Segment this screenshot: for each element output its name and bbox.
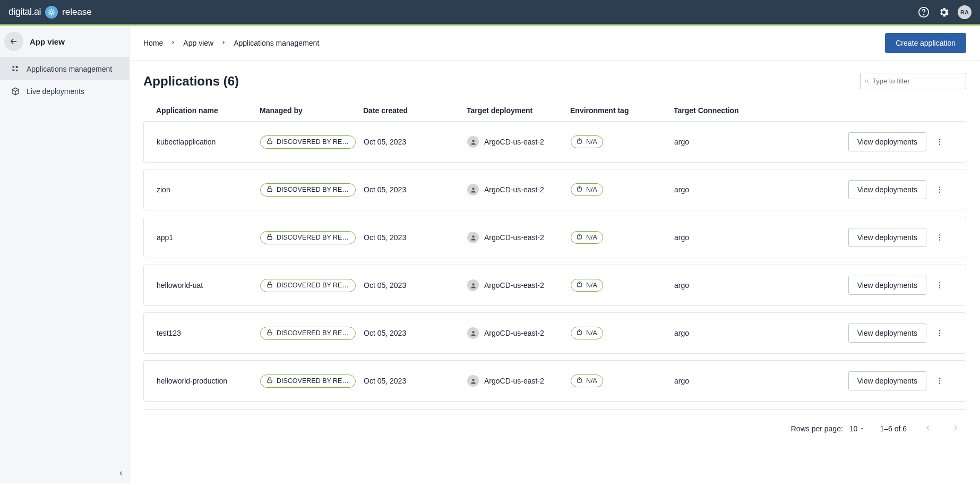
- rows-per-page-value: 10: [849, 424, 858, 433]
- view-deployments-button[interactable]: View deployments: [848, 228, 926, 247]
- row-menu-button[interactable]: [926, 281, 953, 290]
- cell-target-connection: argo: [674, 138, 778, 146]
- managed-by-label: DISCOVERED BY RELE...: [277, 377, 350, 385]
- svg-point-33: [472, 331, 474, 333]
- cell-date-created: Oct 05, 2023: [364, 233, 467, 242]
- svg-rect-38: [268, 380, 272, 382]
- user-icon: [467, 279, 479, 291]
- gear-icon[interactable]: [938, 6, 950, 19]
- table-row: helloworld-uat DISCOVERED BY RELE... Oct…: [143, 265, 966, 306]
- view-deployments-button[interactable]: View deployments: [848, 180, 926, 199]
- managed-by-label: DISCOVERED BY RELE...: [277, 282, 350, 289]
- cell-target-deployment: ArgoCD-us-east-2: [467, 232, 571, 243]
- svg-point-12: [939, 141, 940, 142]
- col-target-connection: Target Connection: [674, 106, 777, 115]
- cell-application-name: kubectlapplication: [157, 138, 260, 146]
- filter-input[interactable]: [872, 75, 961, 87]
- svg-point-43: [939, 382, 940, 384]
- filter-box[interactable]: [860, 73, 966, 89]
- pagination: Rows per page: 10 1–6 of 6: [143, 409, 966, 447]
- cell-application-name: helloworld-production: [157, 377, 260, 385]
- svg-point-13: [939, 143, 940, 144]
- svg-point-24: [939, 237, 940, 238]
- user-icon: [467, 184, 479, 195]
- managed-by-label: DISCOVERED BY RELE...: [277, 186, 350, 193]
- lock-icon: [266, 233, 273, 242]
- svg-point-30: [939, 285, 940, 286]
- create-application-button[interactable]: Create application: [885, 33, 966, 53]
- svg-point-41: [939, 378, 940, 379]
- cell-date-created: Oct 05, 2023: [364, 377, 467, 385]
- cell-managed-by: DISCOVERED BY RELE...: [260, 135, 364, 149]
- managed-by-badge: DISCOVERED BY RELE...: [260, 375, 356, 388]
- environment-tag-badge: N/A: [571, 279, 603, 292]
- cell-environment-tag: N/A: [571, 279, 674, 292]
- cell-action: View deployments: [778, 228, 926, 247]
- cell-environment-tag: N/A: [571, 327, 674, 339]
- cell-managed-by: DISCOVERED BY RELE...: [260, 279, 364, 292]
- managed-by-badge: DISCOVERED BY RELE...: [260, 279, 356, 292]
- environment-tag-badge: N/A: [571, 231, 603, 244]
- sidebar-title: App view: [30, 37, 65, 46]
- view-deployments-button[interactable]: View deployments: [848, 132, 926, 151]
- lock-icon: [266, 185, 273, 194]
- help-icon[interactable]: [917, 6, 930, 19]
- svg-point-19: [939, 191, 940, 192]
- svg-point-29: [939, 282, 940, 283]
- pagination-prev[interactable]: [922, 421, 934, 436]
- row-menu-button[interactable]: [926, 233, 953, 242]
- cell-date-created: Oct 05, 2023: [364, 329, 467, 337]
- row-menu-button[interactable]: [926, 138, 953, 146]
- cell-action: View deployments: [778, 180, 926, 199]
- rows-per-page-select[interactable]: 10: [849, 424, 865, 433]
- breadcrumb-app-view[interactable]: App view: [183, 39, 213, 47]
- brand-logo: digital.ai: [8, 6, 41, 18]
- back-button[interactable]: [4, 32, 23, 51]
- breadcrumb-current: Applications management: [234, 39, 319, 47]
- table-header: Application name Managed by Date created…: [143, 100, 966, 121]
- svg-point-42: [939, 380, 940, 381]
- lock-icon: [266, 138, 273, 147]
- content: Applications (6) Application name Manage…: [130, 61, 980, 483]
- row-menu-button[interactable]: [926, 329, 953, 337]
- main: Home App view Applications management Cr…: [130, 25, 980, 483]
- table-body: kubectlapplication DISCOVERED BY RELE...…: [143, 121, 966, 402]
- environment-tag-label: N/A: [586, 377, 597, 385]
- cell-application-name: app1: [157, 233, 260, 242]
- cell-action: View deployments: [778, 324, 926, 343]
- managed-by-badge: DISCOVERED BY RELE...: [260, 231, 356, 244]
- managed-by-badge: DISCOVERED BY RELE...: [260, 327, 356, 340]
- sidebar-item-live-deployments[interactable]: Live deployments: [0, 80, 129, 103]
- deployment-label: ArgoCD-us-east-2: [484, 281, 544, 290]
- cell-action: View deployments: [778, 371, 926, 390]
- user-icon: [467, 375, 479, 387]
- environment-tag-label: N/A: [586, 138, 597, 146]
- lock-icon: [266, 281, 273, 290]
- page-title-row: Applications (6): [143, 73, 966, 89]
- deployment-label: ArgoCD-us-east-2: [484, 329, 544, 337]
- pagination-next[interactable]: [949, 421, 962, 436]
- row-menu-button[interactable]: [926, 377, 953, 385]
- avatar[interactable]: RA: [958, 5, 972, 19]
- view-deployments-button[interactable]: View deployments: [848, 371, 926, 390]
- sidebar-item-applications-management[interactable]: Applications management: [0, 58, 129, 80]
- cell-target-deployment: ArgoCD-us-east-2: [467, 184, 571, 195]
- table-row: helloworld-production DISCOVERED BY RELE…: [143, 360, 966, 402]
- breadcrumb-home[interactable]: Home: [143, 39, 163, 47]
- row-menu-button[interactable]: [926, 185, 953, 194]
- environment-tag-label: N/A: [586, 282, 597, 289]
- environment-tag-badge: N/A: [571, 375, 603, 387]
- chevron-right-icon: [221, 40, 226, 46]
- view-deployments-button[interactable]: View deployments: [848, 324, 926, 343]
- svg-point-23: [939, 234, 940, 235]
- sidebar-item-label: Live deployments: [27, 87, 84, 96]
- svg-point-0: [50, 11, 53, 13]
- svg-point-10: [579, 140, 580, 141]
- collapse-sidebar-icon[interactable]: [117, 470, 125, 479]
- view-deployments-button[interactable]: View deployments: [848, 276, 926, 295]
- environment-tag-badge: N/A: [571, 327, 603, 339]
- managed-by-label: DISCOVERED BY RELE...: [277, 234, 350, 241]
- managed-by-label: DISCOVERED BY RELE...: [277, 329, 350, 337]
- table-row: zion DISCOVERED BY RELE... Oct 05, 2023 …: [143, 169, 966, 210]
- sidebar: App view Applications management Live de…: [0, 25, 130, 483]
